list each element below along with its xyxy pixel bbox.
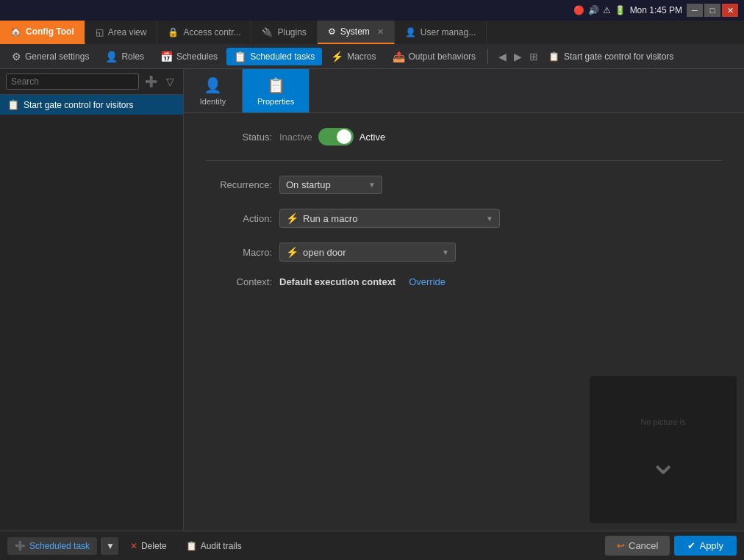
inactive-label: Inactive	[279, 132, 312, 143]
macro-dropdown[interactable]: ⚡ open door ▼	[279, 243, 456, 262]
nav-bar: ⚙ General settings 👤 Roles 📅 Schedules 📋…	[0, 44, 744, 69]
action-label: Action:	[206, 213, 272, 224]
tab-config-tool[interactable]: 🏠 Config Tool	[0, 21, 85, 44]
tab-properties-label: Properties	[257, 97, 294, 106]
delete-icon: ✕	[130, 541, 137, 551]
nav-output-behaviors[interactable]: 📤 Output behaviors	[385, 48, 483, 65]
tab-area-view[interactable]: ◱ Area view	[85, 21, 158, 44]
filter-button[interactable]: ▽	[163, 74, 177, 89]
delete-button[interactable]: ✕ Delete	[123, 537, 174, 555]
macros-icon: ⚡	[331, 51, 343, 62]
tab-system-close[interactable]: ✕	[377, 27, 384, 37]
roles-icon: 👤	[105, 51, 118, 62]
output-icon: 📤	[393, 51, 405, 62]
sidebar-item-label: Start gate control for visitors	[24, 100, 133, 110]
nav-back-arrow[interactable]: ◀	[496, 49, 509, 64]
action-value: Run a macro	[303, 213, 357, 224]
access-icon: 🔒	[168, 27, 179, 37]
audit-icon: 📋	[186, 541, 197, 551]
warning-icon: ⚠	[603, 5, 611, 15]
context-override-link[interactable]: Override	[409, 276, 446, 287]
status-toggle[interactable]	[318, 128, 354, 146]
recurrence-value: On startup	[286, 179, 331, 190]
toggle-knob	[337, 129, 351, 144]
active-label: Active	[360, 132, 385, 143]
nav-scheduled-tasks[interactable]: 📋 Scheduled tasks	[226, 48, 322, 65]
sidebar-search-bar: ➕ ▽	[0, 69, 183, 95]
alert-icon: 🔴	[573, 5, 584, 15]
schedules-icon: 📅	[160, 51, 173, 62]
apply-icon: ✔	[687, 540, 695, 551]
action-row: Action: ⚡ Run a macro ▼	[206, 209, 722, 228]
nav-schedules[interactable]: 📅 Schedules	[153, 48, 225, 65]
context-row: Context: Default execution context Overr…	[206, 276, 722, 287]
action-icon: ⚡	[286, 212, 298, 224]
config-icon: 🏠	[10, 26, 21, 37]
status-toggle-container: Inactive Active	[279, 128, 385, 146]
nav-home-icon[interactable]: ⊞	[526, 49, 541, 64]
bottom-bar: ➕ Scheduled task ▼ ✕ Delete 📋 Audit trai…	[0, 531, 744, 560]
area-icon: ◱	[96, 27, 104, 37]
add-task-dropdown-button[interactable]: ▼	[101, 537, 118, 555]
nav-separator	[487, 49, 488, 64]
task-icon: 📋	[7, 99, 19, 110]
macro-icon: ⚡	[286, 246, 298, 258]
nav-navigation[interactable]: ◀ ▶ ⊞	[496, 49, 541, 64]
action-dropdown[interactable]: ⚡ Run a macro ▼	[279, 209, 500, 228]
recurrence-dropdown-arrow: ▼	[368, 181, 376, 189]
audit-label: Audit trails	[201, 541, 242, 551]
property-tabs: 👤 Identity 📋 Properties	[184, 69, 744, 113]
sidebar-item-start-gate[interactable]: 📋 Start gate control for visitors	[0, 95, 183, 115]
nav-general-settings[interactable]: ⚙ General settings	[4, 48, 96, 65]
macro-row: Macro: ⚡ open door ▼	[206, 243, 722, 262]
watermark-text: No picture is	[640, 417, 685, 426]
properties-tab-icon: 📋	[267, 76, 285, 94]
divider-1	[206, 160, 722, 161]
nav-roles-label: Roles	[121, 51, 144, 62]
close-button[interactable]: ✕	[722, 4, 738, 17]
nav-roles[interactable]: 👤 Roles	[98, 48, 151, 65]
app-tabs: 🏠 Config Tool ◱ Area view 🔒 Access contr…	[0, 21, 744, 44]
maximize-button[interactable]: □	[704, 4, 720, 17]
cancel-label: Cancel	[629, 540, 658, 551]
add-item-button[interactable]: ➕	[142, 74, 160, 89]
tab-system[interactable]: ⚙ System ✕	[318, 21, 395, 44]
nav-general-label: General settings	[25, 51, 89, 62]
add-icon: ➕	[15, 541, 26, 551]
tab-user-management[interactable]: 👤 User manag...	[395, 21, 487, 44]
add-label: Scheduled task	[29, 541, 90, 551]
tab-access-control[interactable]: 🔒 Access contr...	[157, 21, 251, 44]
context-value: Default execution context	[279, 276, 396, 287]
nav-macros[interactable]: ⚡ Macros	[323, 48, 383, 65]
audit-trails-button[interactable]: 📋 Audit trails	[179, 537, 249, 555]
add-scheduled-task-button[interactable]: ➕ Scheduled task	[7, 537, 97, 555]
tab-user-label: User manag...	[421, 27, 476, 37]
minimize-button[interactable]: ─	[687, 4, 703, 17]
tab-area-label: Area view	[108, 27, 147, 37]
taskbar: 🔴 🔊 ⚠ 🔋 Mon 1:45 PM ─ □ ✕	[0, 0, 744, 21]
nav-scheduled-tasks-label: Scheduled tasks	[250, 51, 315, 62]
tab-identity[interactable]: 👤 Identity	[184, 69, 243, 112]
tab-plugins[interactable]: 🔌 Plugins	[251, 21, 317, 44]
system-time: Mon 1:45 PM	[630, 5, 682, 15]
cancel-icon: ↩	[617, 540, 625, 551]
battery-icon: 🔋	[615, 5, 626, 15]
nav-forward-arrow[interactable]: ▶	[511, 49, 525, 64]
window-controls[interactable]: ─ □ ✕	[687, 4, 738, 17]
tab-identity-label: Identity	[200, 97, 226, 106]
properties-panel: Status: Inactive Active Recurrence: On s…	[184, 113, 744, 531]
nav-macros-label: Macros	[347, 51, 376, 62]
general-icon: ⚙	[12, 51, 21, 62]
sidebar: ➕ ▽ 📋 Start gate control for visitors	[0, 69, 184, 531]
apply-label: Apply	[699, 540, 723, 551]
dropdown-chevron-icon: ▼	[106, 541, 115, 551]
recurrence-dropdown[interactable]: On startup ▼	[279, 176, 382, 194]
scheduled-tasks-icon: 📋	[234, 51, 246, 62]
tab-access-label: Access contr...	[183, 27, 240, 37]
delete-label: Delete	[141, 541, 167, 551]
recurrence-label: Recurrence:	[206, 179, 272, 190]
apply-button[interactable]: ✔ Apply	[674, 536, 737, 556]
search-input[interactable]	[6, 73, 139, 90]
tab-properties[interactable]: 📋 Properties	[243, 69, 310, 112]
cancel-button[interactable]: ↩ Cancel	[605, 536, 670, 556]
